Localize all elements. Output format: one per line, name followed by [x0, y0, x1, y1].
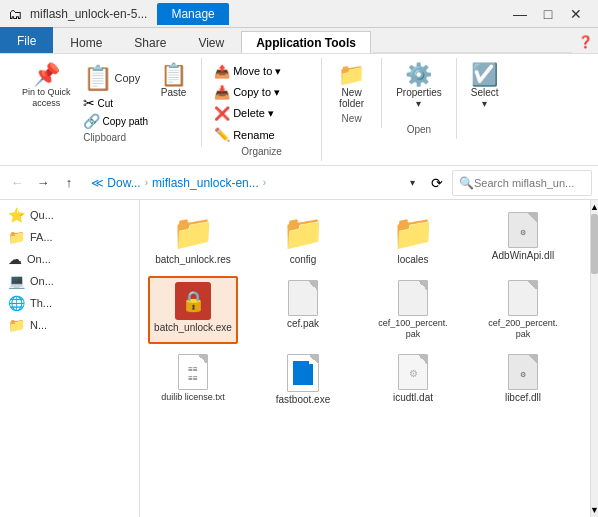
pin-to-quick-access-button[interactable]: 📌 Pin to Quickaccess	[16, 62, 77, 111]
organize-group: 📤 Move to ▾ 📥 Copy to ▾ ❌ Delete ▾ ✏️ Re…	[202, 58, 322, 161]
title-bar: 🗂 miflash_unlock-en-5... Manage — □ ✕	[0, 0, 598, 28]
new-folder-button[interactable]: 📁 Newfolder	[332, 62, 372, 111]
copy-to-icon: 📥	[214, 85, 230, 100]
file-item-fastboot[interactable]: fastboot.exe	[258, 350, 348, 410]
move-to-button[interactable]: 📤 Move to ▾	[210, 62, 313, 81]
paste-button-main[interactable]: 📋 Paste	[154, 62, 193, 100]
sidebar-label-fa: FA...	[30, 231, 53, 243]
copy-path-button[interactable]: 🔗 Copy path	[79, 112, 153, 130]
sidebar: ⭐ Qu... 📁 FA... ☁ On... 💻 On... 🌐 Th... …	[0, 200, 140, 517]
search-input[interactable]	[474, 177, 585, 189]
file-item-batch-unlock-res[interactable]: 📁 batch_unlock.res	[148, 208, 238, 270]
breadcrumb-dropdown-icon[interactable]: ▾	[410, 177, 415, 188]
file-item-icudtl[interactable]: ⚙ icudtl.dat	[368, 350, 458, 410]
copy-to-button[interactable]: 📥 Copy to ▾	[210, 83, 313, 102]
forward-button[interactable]: →	[32, 172, 54, 194]
file-label: icudtl.dat	[393, 392, 433, 404]
file-item-batch-unlock-exe[interactable]: 🔒 batch_unlock.exe	[148, 276, 238, 344]
refresh-button[interactable]: ⟳	[426, 172, 448, 194]
ribbon-tabs: File Home Share View Application Tools ❓	[0, 28, 598, 54]
properties-icon: ⚙️	[405, 64, 432, 86]
file-item-libcef[interactable]: ⚙ libcef.dll	[478, 350, 568, 410]
breadcrumb-part2: miflash_unlock-en...	[152, 176, 259, 190]
scrollbar-down-button[interactable]: ▼	[591, 503, 598, 517]
file-item-cef-pak[interactable]: cef.pak	[258, 276, 348, 344]
delete-icon: ❌	[214, 106, 230, 121]
copy-button[interactable]: 📋 Copy	[79, 62, 153, 94]
file-item-duilib[interactable]: ≡≡≡≡ duilib license.txt	[148, 350, 238, 410]
sidebar-item-fa[interactable]: 📁 FA...	[0, 226, 139, 248]
sidebar-label-network: Th...	[30, 297, 52, 309]
scrollbar-up-button[interactable]: ▲	[591, 200, 598, 214]
n-item-icon: 📁	[8, 317, 25, 333]
folder-icon: 📁	[282, 212, 324, 252]
close-button[interactable]: ✕	[562, 0, 590, 28]
sidebar-label-thispc: On...	[30, 275, 54, 287]
dll-icon: ⚙	[508, 212, 538, 248]
pak-icon	[288, 280, 318, 316]
scrollbar-thumb[interactable]	[591, 214, 598, 274]
file-item-config[interactable]: 📁 config	[258, 208, 348, 270]
file-item-adbwinapi[interactable]: ⚙ AdbWinApi.dll	[478, 208, 568, 270]
file-label: AdbWinApi.dll	[492, 250, 554, 262]
tab-view[interactable]: View	[183, 31, 239, 53]
file-label: config	[290, 254, 317, 266]
rename-button[interactable]: ✏️ Rename	[210, 125, 313, 144]
file-label: cef_200_percent.pak	[488, 318, 558, 340]
sidebar-label-n: N...	[30, 319, 47, 331]
copy-label: Copy	[115, 72, 141, 84]
file-item-cef200[interactable]: cef_200_percent.pak	[478, 276, 568, 344]
exe-icon: 🔒	[175, 282, 211, 320]
copy-icon: 📋	[83, 64, 113, 92]
title-controls: — □ ✕	[506, 0, 590, 28]
pak-icon	[508, 280, 538, 316]
right-scrollbar[interactable]: ▲ ▼	[590, 200, 598, 517]
nav-bar: ← → ↑ ≪ Dow... › miflash_unlock-en... › …	[0, 166, 598, 200]
tab-home[interactable]: Home	[55, 31, 117, 53]
breadcrumb[interactable]: ≪ Dow... › miflash_unlock-en... › ▾	[84, 170, 422, 196]
file-item-cef100[interactable]: cef_100_percent.pak	[368, 276, 458, 344]
folder-icon: 📁	[172, 212, 214, 252]
clipboard-group-label: Clipboard	[83, 132, 126, 143]
ribbon-content: 📌 Pin to Quickaccess 📋 Copy ✂ Cut 🔗 Copy…	[0, 54, 598, 166]
properties-button[interactable]: ⚙️ Properties▾	[390, 62, 448, 111]
onedrive-icon: ☁	[8, 251, 22, 267]
thispc-icon: 💻	[8, 273, 25, 289]
tab-file[interactable]: File	[0, 27, 53, 53]
delete-button[interactable]: ❌ Delete ▾	[210, 104, 313, 123]
title-bar-icons: 🗂	[8, 6, 22, 22]
manage-tab[interactable]: Manage	[157, 3, 228, 25]
ribbon-help-button[interactable]: ❓	[572, 31, 598, 53]
sidebar-label-quick-access: Qu...	[30, 209, 54, 221]
new-group: 📁 Newfolder New	[322, 58, 382, 128]
sidebar-item-network[interactable]: 🌐 Th...	[0, 292, 139, 314]
minimize-button[interactable]: —	[506, 0, 534, 28]
maximize-button[interactable]: □	[534, 0, 562, 28]
quick-access-icon: ⭐	[8, 207, 25, 223]
up-button[interactable]: ↑	[58, 172, 80, 194]
search-box[interactable]: 🔍	[452, 170, 592, 196]
content-area: ⭐ Qu... 📁 FA... ☁ On... 💻 On... 🌐 Th... …	[0, 200, 598, 517]
select-button[interactable]: ☑️ Select▾	[465, 62, 505, 111]
back-button[interactable]: ←	[6, 172, 28, 194]
tab-share[interactable]: Share	[119, 31, 181, 53]
open-group: ⚙️ Properties▾ Open	[382, 58, 457, 139]
txt-icon: ≡≡≡≡	[178, 354, 208, 390]
dll-icon: ⚙	[508, 354, 538, 390]
new-group-label: New	[342, 113, 362, 124]
file-label: batch_unlock.res	[155, 254, 231, 266]
tab-application-tools[interactable]: Application Tools	[241, 31, 371, 53]
rename-icon: ✏️	[214, 127, 230, 142]
sidebar-item-onedrive[interactable]: ☁ On...	[0, 248, 139, 270]
sidebar-item-n[interactable]: 📁 N...	[0, 314, 139, 336]
file-label: libcef.dll	[505, 392, 541, 404]
file-label: duilib license.txt	[161, 392, 225, 403]
sidebar-item-quick-access[interactable]: ⭐ Qu...	[0, 204, 139, 226]
folder-icon: 📁	[392, 212, 434, 252]
scrollbar-track[interactable]	[591, 214, 598, 503]
file-label: locales	[397, 254, 428, 266]
paste-button[interactable]: ✂ Cut	[79, 94, 153, 112]
file-item-locales[interactable]: 📁 locales	[368, 208, 458, 270]
sidebar-item-thispc[interactable]: 💻 On...	[0, 270, 139, 292]
dat-icon: ⚙	[398, 354, 428, 390]
